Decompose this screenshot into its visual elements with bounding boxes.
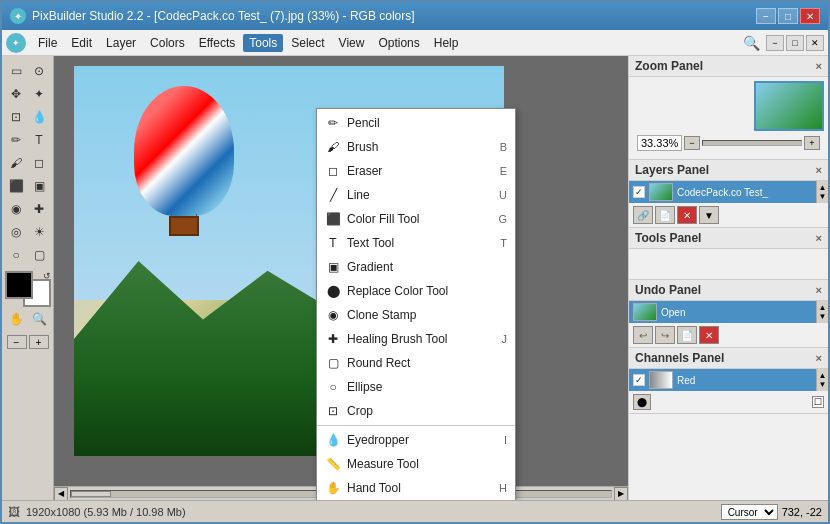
healing-brush-icon: ✚	[325, 331, 341, 347]
menu-healing-brush[interactable]: ✚ Healing Brush Tool J	[317, 327, 515, 351]
channels-panel-close[interactable]: ×	[816, 352, 822, 364]
layers-panel-body: ✓ CodecPack.co Test_ ▲ ▼	[629, 181, 828, 203]
tools-panel-close[interactable]: ×	[816, 232, 822, 244]
undo-btn-row: ↩ ↪ 📄 ✕	[629, 323, 828, 347]
text-tool-btn[interactable]: T	[28, 129, 50, 151]
hand-tool-btn[interactable]: ✋	[5, 308, 27, 330]
menu-tools[interactable]: Tools	[243, 34, 283, 52]
menu-gradient[interactable]: ▣ Gradient	[317, 255, 515, 279]
ellipse-tool-btn[interactable]: ○	[5, 244, 27, 266]
zoom-plus-btn[interactable]: +	[804, 136, 820, 150]
pencil-tool-btn[interactable]: ✏	[5, 129, 27, 151]
swap-colors-icon[interactable]: ↺	[43, 271, 51, 281]
menu-measure[interactable]: 📏 Measure Tool	[317, 452, 515, 476]
search-icon[interactable]: 🔍	[743, 35, 760, 51]
menu-replace-color[interactable]: ⬤ Replace Color Tool	[317, 279, 515, 303]
lasso-tool[interactable]: ⊙	[28, 60, 50, 82]
menu-text[interactable]: T Text Tool T	[317, 231, 515, 255]
foreground-color[interactable]	[5, 271, 33, 299]
eraser-tool-btn[interactable]: ◻	[28, 152, 50, 174]
zoom-out-btn[interactable]: −	[7, 335, 27, 349]
maximize-button[interactable]: □	[778, 8, 798, 24]
magic-wand-tool[interactable]: ✦	[28, 83, 50, 105]
undo-scroll-down[interactable]: ▼	[819, 312, 827, 321]
undo-back-btn[interactable]: ↩	[633, 326, 653, 344]
layer-delete-btn[interactable]: ✕	[677, 206, 697, 224]
brush-tool-btn[interactable]: 🖌	[5, 152, 27, 174]
channels-scroll-down[interactable]: ▼	[819, 380, 827, 389]
layers-panel-close[interactable]: ×	[816, 164, 822, 176]
menu-help[interactable]: Help	[428, 34, 465, 52]
text-key: T	[500, 237, 507, 249]
menu-colors[interactable]: Colors	[144, 34, 191, 52]
menu-line[interactable]: ╱ Line U	[317, 183, 515, 207]
menu-effects[interactable]: Effects	[193, 34, 241, 52]
menu-pencil[interactable]: ✏ Pencil	[317, 111, 515, 135]
channel-visibility-check[interactable]: ✓	[633, 374, 645, 386]
menu-color-fill[interactable]: ⬛ Color Fill Tool G	[317, 207, 515, 231]
crop-tool-btn[interactable]: ⊡	[5, 106, 27, 128]
inner-close-button[interactable]: ✕	[806, 35, 824, 51]
rect-tool-btn[interactable]: ▢	[28, 244, 50, 266]
scroll-thumb[interactable]	[71, 491, 111, 497]
dodge-tool-btn[interactable]: ☀	[28, 221, 50, 243]
inner-maximize-button[interactable]: □	[786, 35, 804, 51]
menu-ellipse[interactable]: ○ Ellipse	[317, 375, 515, 399]
menu-eraser[interactable]: ◻ Eraser E	[317, 159, 515, 183]
zoom-minus-btn[interactable]: −	[684, 136, 700, 150]
layer-visibility-check[interactable]: ✓	[633, 186, 645, 198]
zoom-in-btn[interactable]: +	[29, 335, 49, 349]
eyedropper-tool-btn[interactable]: 💧	[28, 106, 50, 128]
rect-select-tool[interactable]: ▭	[5, 60, 27, 82]
menu-hand[interactable]: ✋ Hand Tool H	[317, 476, 515, 500]
minimize-button[interactable]: −	[756, 8, 776, 24]
close-button[interactable]: ✕	[800, 8, 820, 24]
move-tool[interactable]: ✥	[5, 83, 27, 105]
app-menu-icon[interactable]: ✦	[6, 33, 26, 53]
undo-panel-close[interactable]: ×	[816, 284, 822, 296]
eraser-key: E	[500, 165, 507, 177]
zoom-panel: Zoom Panel × − +	[629, 56, 828, 160]
blur-tool-btn[interactable]: ◎	[5, 221, 27, 243]
pencil-label: Pencil	[347, 116, 501, 130]
gradient-icon: ▣	[325, 259, 341, 275]
layer-more-btn[interactable]: ▼	[699, 206, 719, 224]
zoom-panel-close[interactable]: ×	[816, 60, 822, 72]
layer-item[interactable]: ✓ CodecPack.co Test_	[629, 181, 816, 203]
channel-eye-btn[interactable]: ⬤	[633, 394, 651, 410]
channel-item[interactable]: ✓ Red	[629, 369, 816, 391]
menu-select[interactable]: Select	[285, 34, 330, 52]
layer-scroll-up[interactable]: ▲	[819, 183, 827, 192]
menu-crop[interactable]: ⊡ Crop	[317, 399, 515, 423]
zoom-tool-btn[interactable]: 🔍	[28, 308, 50, 330]
scroll-right-arrow[interactable]: ▶	[614, 487, 628, 501]
menu-view[interactable]: View	[333, 34, 371, 52]
menu-brush[interactable]: 🖌 Brush B	[317, 135, 515, 159]
scroll-left-arrow[interactable]: ◀	[54, 487, 68, 501]
undo-forward-btn[interactable]: ↪	[655, 326, 675, 344]
heal-tool-btn[interactable]: ✚	[28, 198, 50, 220]
menu-file[interactable]: File	[32, 34, 63, 52]
fill-tool-btn[interactable]: ⬛	[5, 175, 27, 197]
undo-scroll-up[interactable]: ▲	[819, 303, 827, 312]
layer-copy-btn[interactable]: 📄	[655, 206, 675, 224]
menu-options[interactable]: Options	[372, 34, 425, 52]
clone-tool-btn[interactable]: ◉	[5, 198, 27, 220]
layer-scroll-down[interactable]: ▼	[819, 192, 827, 201]
gradient-tool-btn[interactable]: ▣	[28, 175, 50, 197]
zoom-slider[interactable]	[702, 140, 802, 146]
menu-layer[interactable]: Layer	[100, 34, 142, 52]
undo-item[interactable]: Open	[629, 301, 816, 323]
menu-edit[interactable]: Edit	[65, 34, 98, 52]
inner-minimize-button[interactable]: −	[766, 35, 784, 51]
menu-round-rect[interactable]: ▢ Round Rect	[317, 351, 515, 375]
status-coords-select[interactable]: Cursor	[721, 504, 778, 520]
menu-clone-stamp[interactable]: ◉ Clone Stamp	[317, 303, 515, 327]
channel-check-btn[interactable]: ☐	[812, 396, 824, 408]
menu-eyedropper[interactable]: 💧 Eyedropper I	[317, 428, 515, 452]
channels-scroll-up[interactable]: ▲	[819, 371, 827, 380]
layer-link-btn[interactable]: 🔗	[633, 206, 653, 224]
undo-copy-btn[interactable]: 📄	[677, 326, 697, 344]
undo-delete-btn[interactable]: ✕	[699, 326, 719, 344]
zoom-value-input[interactable]	[637, 135, 682, 151]
